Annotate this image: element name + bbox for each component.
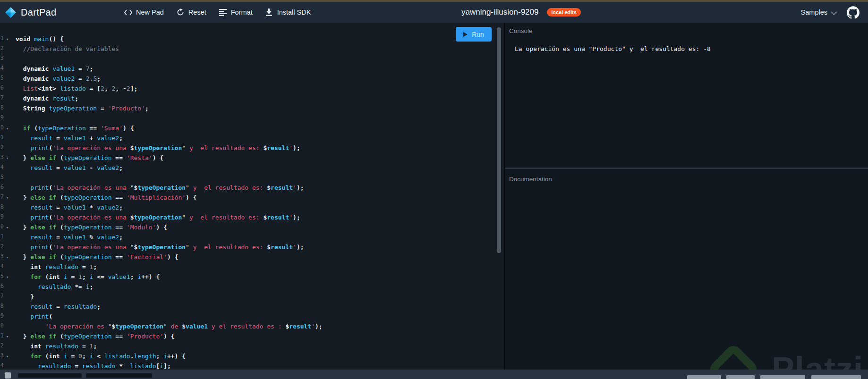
run-button[interactable]: Run [456, 27, 492, 42]
right-panel: Console La operación es una "Producto" y… [505, 23, 868, 370]
code-line[interactable]: 33▾ for (int i = 0; i < listado.length; … [0, 351, 504, 361]
code-line[interactable]: 3 [0, 54, 504, 64]
code-text: print( [11, 313, 52, 320]
code-line[interactable]: 16 print('La operación es una "$typeOper… [0, 183, 504, 193]
format-button[interactable]: Format [219, 8, 253, 17]
code-line[interactable]: 6 List<int> listado = [2, 2, -2]; [0, 84, 504, 93]
code-line[interactable]: 4 dynamic value1 = 7; [0, 64, 504, 74]
footer-bar [0, 370, 868, 379]
fold-arrow-icon[interactable]: ▾ [4, 195, 11, 200]
code-line[interactable]: 8 String typeOperation = 'Producto'; [0, 103, 504, 113]
code-line[interactable]: 32 int resultado = 1; [0, 341, 504, 351]
code-line[interactable]: 29 print( [0, 312, 504, 321]
github-button[interactable] [847, 6, 859, 19]
code-text: resultado *= i; [11, 283, 93, 290]
reset-label: Reset [188, 8, 206, 16]
line-number: 10 [0, 123, 4, 133]
fold-arrow-icon[interactable]: ▾ [4, 156, 11, 160]
line-number: 28 [0, 302, 4, 312]
code-line[interactable]: 24 int resultado = 1; [0, 262, 504, 272]
editor-scrollbar[interactable] [497, 27, 501, 253]
line-number: 30 [0, 321, 4, 331]
fold-arrow-icon[interactable]: ▾ [4, 354, 11, 359]
code-text: } else if (typeOperation == 'Resta') { [11, 154, 163, 161]
fold-arrow-icon[interactable]: ▾ [4, 275, 11, 279]
line-number: 24 [0, 262, 4, 272]
new-pad-button[interactable]: New Pad [124, 8, 164, 17]
toolbar: New Pad Reset Format Install SDK [124, 2, 311, 23]
line-number: 2 [0, 44, 4, 54]
code-line[interactable]: 9 [0, 113, 504, 123]
line-number: 18 [0, 202, 4, 212]
footer-text-right-4 [811, 375, 861, 379]
code-line[interactable]: 1▾void main() { [0, 34, 504, 44]
code-line[interactable]: 2 //Declaración de variables [0, 44, 504, 54]
code-line[interactable]: 31▾ } else if (typeOperation == 'Product… [0, 331, 504, 341]
code-text: dynamic result; [11, 95, 78, 102]
code-text: } else if (typeOperation == 'Multiplicac… [11, 194, 197, 201]
code-text: 'La operación es "$typeOperation" de $va… [11, 323, 323, 330]
code-line[interactable]: 7 dynamic result; [0, 93, 504, 103]
code-text: result = value1 * value2; [11, 204, 123, 211]
line-number: 32 [0, 341, 4, 351]
app-header: DartPad New Pad Reset Format [0, 2, 868, 23]
console-title: Console [509, 27, 533, 34]
code-line[interactable]: 13▾ } else if (typeOperation == 'Resta')… [0, 153, 504, 163]
code-text: result = value1 % value2; [11, 234, 123, 241]
code-line[interactable]: 18 result = value1 * value2; [0, 202, 504, 212]
code-line[interactable]: 25▾ for (int i = 1; i <= value1; i++) { [0, 272, 504, 282]
chevron-down-icon [831, 8, 837, 15]
code-line[interactable]: 15 [0, 173, 504, 183]
line-number: 31 [0, 331, 4, 341]
footer-checkbox[interactable] [5, 372, 11, 379]
line-number: 33 [0, 351, 4, 361]
code-line[interactable]: 14 result = value1 - value2; [0, 163, 504, 173]
code-line[interactable]: 26 resultado *= i; [0, 282, 504, 292]
code-text: dynamic value1 = 7; [11, 65, 93, 72]
line-number: 15 [0, 173, 4, 183]
pad-title-area: yawning-illusion-9209 local edits [461, 2, 581, 23]
code-line[interactable]: 20▾ } else if (typeOperation == 'Modulo'… [0, 222, 504, 232]
code-text: print('La operación es una $typeOperatio… [11, 214, 300, 221]
line-number: 8 [0, 103, 4, 113]
code-line[interactable]: 17▾ } else if (typeOperation == 'Multipl… [0, 193, 504, 202]
line-number: 3 [0, 54, 4, 64]
line-number: 23 [0, 252, 4, 262]
fold-arrow-icon[interactable]: ▾ [4, 255, 11, 260]
code-editor[interactable]: 1▾void main() {2 //Declaración de variab… [0, 23, 504, 370]
line-number: 4 [0, 64, 4, 74]
fold-arrow-icon[interactable]: ▾ [4, 334, 11, 339]
line-number: 12 [0, 143, 4, 153]
code-text: List<int> listado = [2, 2, -2]; [11, 85, 137, 92]
install-sdk-button[interactable]: Install SDK [265, 8, 311, 17]
line-number: 29 [0, 312, 4, 321]
new-pad-label: New Pad [136, 8, 164, 16]
github-icon [847, 6, 859, 19]
code-line[interactable]: 30 'La operación es "$typeOperation" de … [0, 321, 504, 331]
code-line[interactable]: 22 print('La operación es una "$typeOper… [0, 242, 504, 252]
code-line[interactable]: 28 result = resultado; [0, 302, 504, 312]
code-text: String typeOperation = 'Producto'; [11, 105, 149, 112]
code-line[interactable]: 21 result = value1 % value2; [0, 232, 504, 242]
line-number: 21 [0, 232, 4, 242]
code-line[interactable]: 27 } [0, 292, 504, 302]
code-text: resultado = resultado * listado[i]; [11, 362, 171, 370]
fold-arrow-icon[interactable]: ▾ [4, 225, 11, 230]
app-title: DartPad [21, 7, 56, 18]
dartpad-window: DartPad New Pad Reset Format [0, 0, 868, 379]
code-line[interactable]: 5 dynamic value2 = 2.5; [0, 74, 504, 84]
local-edits-badge: local edits [547, 8, 581, 17]
code-line[interactable]: 11 result = value1 + value2; [0, 133, 504, 143]
fold-arrow-icon[interactable]: ▾ [4, 126, 11, 131]
code-line[interactable]: 19 print('La operación es una $typeOpera… [0, 212, 504, 222]
line-number: 25 [0, 272, 4, 282]
install-sdk-label: Install SDK [277, 8, 311, 16]
dartpad-logo-icon [5, 7, 17, 18]
line-number: 22 [0, 242, 4, 252]
code-line[interactable]: 23▾ } else if (typeOperation == 'Factori… [0, 252, 504, 262]
reset-button[interactable]: Reset [176, 8, 206, 17]
code-line[interactable]: 10▾ if (typeOperation == 'Suma') { [0, 123, 504, 133]
samples-dropdown[interactable]: Samples [801, 8, 835, 16]
fold-arrow-icon[interactable]: ▾ [4, 37, 11, 42]
code-line[interactable]: 12 print('La operación es una $typeOpera… [0, 143, 504, 153]
